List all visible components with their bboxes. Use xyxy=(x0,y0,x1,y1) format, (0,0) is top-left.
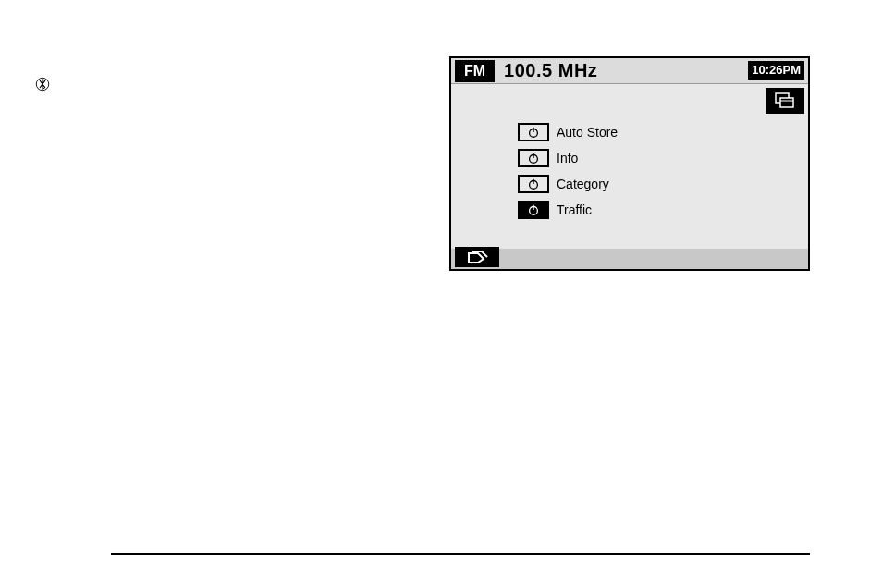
menu-label: Category xyxy=(557,177,609,191)
layers-icon[interactable] xyxy=(766,88,804,114)
menu-label: Auto Store xyxy=(557,125,618,140)
power-icon xyxy=(518,175,549,193)
bottom-bar xyxy=(451,249,808,269)
bluetooth-icon xyxy=(35,76,50,92)
svg-rect-2 xyxy=(780,98,793,107)
menu-item-auto-store[interactable]: Auto Store xyxy=(518,123,618,141)
panel-header: FM 100.5 MHz 10:26PM xyxy=(451,58,808,84)
power-icon xyxy=(518,123,549,141)
tag-icon[interactable] xyxy=(455,247,499,267)
radio-panel: FM 100.5 MHz 10:26PM Auto Store xyxy=(449,56,810,271)
menu-item-info[interactable]: Info xyxy=(518,149,618,167)
menu-item-category[interactable]: Category xyxy=(518,175,618,193)
menu-label: Info xyxy=(557,151,578,165)
power-icon xyxy=(518,149,549,167)
frequency-display: 100.5 MHz xyxy=(504,60,597,81)
divider-line xyxy=(111,553,810,555)
power-icon xyxy=(518,201,549,219)
menu-item-traffic[interactable]: Traffic xyxy=(518,201,618,219)
clock-display: 10:26PM xyxy=(748,61,804,80)
menu-label: Traffic xyxy=(557,202,592,217)
band-badge[interactable]: FM xyxy=(455,60,495,82)
menu-list: Auto Store Info Category xyxy=(518,123,618,219)
